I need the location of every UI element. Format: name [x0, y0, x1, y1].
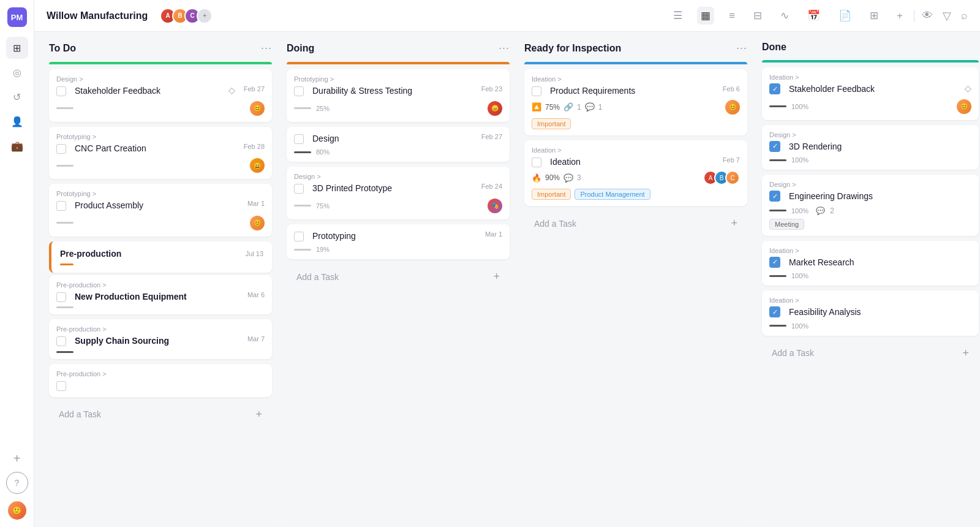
search-icon[interactable]: ⌕	[961, 9, 968, 22]
section-bar	[60, 264, 74, 265]
list-view-icon[interactable]: ☰	[669, 7, 686, 25]
card-bottom: 😄	[56, 158, 265, 173]
card-title-row: ✓ Feasibility Analysis	[769, 306, 971, 319]
card-title-row: Design Feb 27	[294, 133, 502, 145]
tag-important: Important	[532, 118, 571, 129]
done-checkbox[interactable]: ✓	[769, 306, 780, 317]
card-checkbox[interactable]	[56, 381, 66, 391]
card-title-row: Ideation Feb 7	[532, 156, 740, 169]
sidebar-icon-home[interactable]: ⊞	[6, 37, 28, 59]
column-inspection-menu[interactable]: ···	[736, 42, 747, 55]
column-inspection-border	[524, 62, 747, 64]
sidebar-icon-people[interactable]: 👤	[6, 110, 28, 132]
progress-bar	[56, 222, 74, 224]
card-checkbox[interactable]	[532, 157, 541, 167]
card-title-row: ✓ Market Research	[769, 257, 971, 269]
card-checkbox[interactable]	[56, 292, 66, 302]
card-title-row: Product Assembly Mar 1	[56, 200, 265, 212]
card-title: 3D Printed Prototype	[312, 183, 473, 195]
add-view-icon[interactable]: +	[893, 7, 907, 25]
card-title: Stakeholder Feedback	[75, 85, 225, 97]
card-checkbox[interactable]	[56, 86, 66, 96]
add-task-plus-icon: +	[731, 217, 737, 230]
file-view-icon[interactable]: 📄	[835, 7, 855, 25]
card-title: Market Research	[789, 257, 971, 269]
progress-percent: 90%	[545, 173, 560, 182]
section-date: Jul 13	[246, 250, 263, 257]
link-count: 1	[577, 103, 581, 112]
tag-product-management: Product Management	[575, 189, 650, 200]
sidebar-icon-history[interactable]: ↺	[6, 86, 28, 108]
column-done-body: Ideation > ✓ Stakeholder Feedback ◇ 100%…	[757, 67, 980, 527]
sidebar-icon-briefcase[interactable]: 💼	[6, 135, 28, 157]
add-task-inspection[interactable]: Add a Task +	[524, 211, 747, 236]
column-todo-header: To Do ···	[44, 42, 277, 62]
card-breadcrumb: Ideation >	[532, 75, 740, 83]
chart-view-icon[interactable]: ∿	[777, 7, 793, 25]
add-task-done[interactable]: Add a Task +	[762, 341, 979, 366]
done-checkbox[interactable]: ✓	[769, 141, 780, 152]
card-checkbox[interactable]	[294, 86, 304, 96]
sidebar-help-button[interactable]: ?	[6, 472, 28, 494]
card-avatars: A B C	[703, 170, 740, 185]
progress-text: 19%	[316, 246, 330, 253]
card-checkbox[interactable]	[532, 86, 541, 96]
card-bottom: 😊	[56, 216, 265, 230]
card-breadcrumb: Design >	[56, 75, 265, 83]
sidebar-icon-activity[interactable]: ◎	[6, 61, 28, 83]
progress-text: 100%	[791, 272, 809, 279]
column-doing-menu[interactable]: ···	[499, 42, 510, 55]
card-bottom: 100%	[769, 272, 971, 279]
card-checkbox[interactable]	[56, 336, 66, 346]
add-task-todo[interactable]: Add a Task +	[49, 402, 272, 427]
card-product-requirements: Ideation > Product Requirements Feb 6 🔼 …	[524, 69, 747, 135]
board-view-icon[interactable]: ▦	[697, 7, 714, 25]
card-breadcrumb: Prototyping >	[56, 133, 265, 140]
card-checkbox[interactable]	[294, 232, 304, 241]
column-inspection-header: Ready for Inspection ···	[519, 42, 752, 62]
split-view-icon[interactable]: ⊞	[866, 7, 882, 25]
column-doing: Doing ··· Prototyping > Durability & Str…	[282, 42, 514, 527]
kanban-board: To Do ··· Design > Stakeholder Feedback …	[34, 32, 980, 527]
column-doing-border	[287, 62, 510, 64]
card-checkbox[interactable]	[56, 201, 66, 211]
done-checkbox[interactable]: ✓	[769, 191, 780, 202]
add-task-doing[interactable]: Add a Task +	[287, 264, 510, 289]
progress-text: 100%	[791, 322, 809, 330]
comment-icon: 💬	[816, 207, 825, 215]
card-checkbox[interactable]	[294, 184, 304, 194]
sidebar-add-button[interactable]: +	[6, 447, 28, 469]
progress-text: 80%	[316, 148, 330, 156]
gantt-view-icon[interactable]: ≡	[725, 7, 739, 25]
card-bottom: 😊	[56, 101, 265, 116]
card-date: Feb 6	[723, 85, 740, 93]
progress-bar	[769, 105, 786, 107]
card-checkbox[interactable]	[56, 144, 66, 154]
done-checkbox[interactable]: ✓	[769, 257, 780, 268]
column-todo-body: Design > Stakeholder Feedback ◇ Feb 27 😊…	[44, 69, 277, 527]
app-logo[interactable]: PM	[7, 7, 27, 27]
watch-icon[interactable]: 👁	[922, 9, 933, 22]
progress-percent: 75%	[545, 103, 560, 112]
column-todo-border	[49, 62, 272, 64]
card-title-row: CNC Part Creation Feb 28	[56, 143, 265, 155]
done-checkbox[interactable]: ✓	[769, 83, 780, 94]
card-breadcrumb: Ideation >	[769, 247, 971, 254]
sidebar-user-avatar[interactable]: 🙂	[8, 501, 26, 520]
fire-icon: 🔥	[532, 173, 541, 183]
tag-important: Important	[532, 189, 571, 200]
calendar-view-icon[interactable]: 📅	[804, 7, 824, 25]
column-todo-menu[interactable]: ···	[261, 42, 272, 55]
filter-icon[interactable]: ▽	[943, 9, 951, 23]
progress-text: 75%	[316, 202, 330, 210]
card-stakeholder-feedback-todo: Design > Stakeholder Feedback ◇ Feb 27 😊	[49, 69, 272, 122]
card-prototyping: Prototyping Mar 1 19%	[287, 224, 510, 260]
card-checkbox[interactable]	[294, 134, 304, 144]
table-view-icon[interactable]: ⊟	[750, 7, 766, 25]
card-done-stakeholder: Ideation > ✓ Stakeholder Feedback ◇ 100%…	[762, 67, 979, 120]
card-bottom	[56, 351, 265, 353]
section-title-row: Pre-production Jul 13	[60, 249, 263, 259]
column-done-border	[762, 60, 979, 63]
column-doing-title: Doing	[287, 43, 499, 54]
card-title: Product Assembly	[75, 200, 239, 212]
